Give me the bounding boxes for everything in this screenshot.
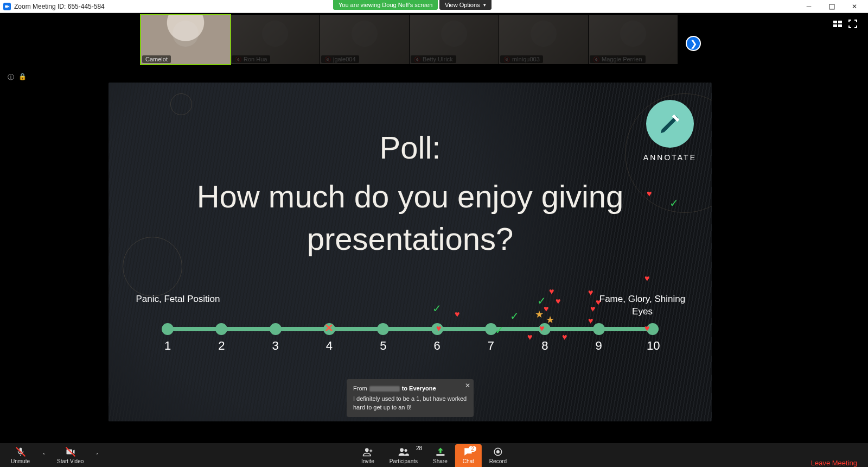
svg-rect-2 <box>838 21 842 23</box>
decorative-circle <box>170 93 192 115</box>
window-maximize-button[interactable] <box>820 0 843 13</box>
participant-name: Camelot <box>142 55 171 63</box>
svg-rect-8 <box>436 454 444 456</box>
participants-count: 28 <box>416 445 422 451</box>
heart-stamp-icon: ♥ <box>549 287 554 296</box>
star-stamp-icon: ★ <box>535 308 544 320</box>
poll-scale: 123 456 789 10 <box>162 327 659 331</box>
heart-stamp-icon: ♥ <box>647 189 652 199</box>
chat-toast-from: Fromto Everyone <box>353 384 467 393</box>
participants-button[interactable]: 28 Participants <box>382 444 425 467</box>
heart-stamp-icon: ♥ <box>644 324 650 333</box>
slide-title: Poll: <box>108 129 712 166</box>
participant-tile[interactable]: 🔇Ron Hua <box>231 15 320 64</box>
close-icon[interactable]: ✕ <box>465 381 470 390</box>
svg-point-6 <box>400 448 404 452</box>
window-minimize-button[interactable]: ─ <box>797 0 820 13</box>
mic-off-icon: 🔇 <box>235 56 241 62</box>
scale-left-label: Panic, Fetal Position <box>135 293 221 318</box>
view-options-button[interactable]: View Options ▾ <box>439 0 492 10</box>
svg-rect-1 <box>833 21 837 23</box>
fullscreen-icon[interactable] <box>848 20 857 30</box>
check-stamp-icon: ✓ <box>510 310 519 323</box>
screen-share-banner: You are viewing Doug Neff's screen <box>333 0 438 10</box>
heart-stamp-icon: ♥ <box>596 298 601 307</box>
heart-stamp-icon: ♥ <box>455 310 460 319</box>
avatar <box>173 21 199 47</box>
heart-stamp-icon: ♥ <box>588 288 593 298</box>
mic-off-icon: 🔇 <box>324 56 331 62</box>
check-stamp-icon: ✓ <box>432 302 442 315</box>
scale-numbers: 123 456 789 10 <box>162 339 659 353</box>
meeting-toolbar: Unmute ˄ Start Video ˄ Invite 28 Partici… <box>0 443 868 467</box>
check-stamp-icon: ✓ <box>669 197 679 210</box>
participant-strip: Camelot 🔇Ron Hua 🔇jgale004 🔇Betty Ulrick… <box>141 15 678 64</box>
scale-right-label: Fame, Glory, Shining Eyes <box>599 293 686 318</box>
pencil-icon <box>646 100 694 148</box>
annotate-badge[interactable]: ANNOTATE <box>643 100 697 162</box>
heart-stamp-icon: ♥ <box>544 304 549 314</box>
window-close-button[interactable]: ✕ <box>843 0 866 13</box>
heart-stamp-icon: ♥ <box>527 332 533 342</box>
chevron-down-icon: ▾ <box>483 2 486 8</box>
next-participants-button[interactable]: ❯ <box>686 36 701 51</box>
participant-tile[interactable]: 🔇mlniqu003 <box>499 15 588 64</box>
heart-stamp-icon: ♥ <box>588 316 593 326</box>
participants-icon <box>397 446 410 457</box>
svg-rect-0 <box>829 4 834 9</box>
heart-stamp-icon: ♥ <box>590 304 596 314</box>
slide-question: How much do you enjoy giving presentatio… <box>108 175 712 261</box>
chat-unread-badge: 2 <box>469 446 476 452</box>
audio-options-caret[interactable]: ˄ <box>39 443 48 467</box>
microphone-off-icon <box>16 446 25 457</box>
participant-tile[interactable]: 🔇Betty Ulrick <box>410 15 499 64</box>
svg-point-7 <box>405 449 407 452</box>
lock-icon: 🔒 <box>18 73 27 80</box>
heart-stamp-icon: ♥ <box>539 324 545 333</box>
window-titlebar: Zoom Meeting ID: 655-445-584 You are vie… <box>0 0 868 13</box>
x-stamp-icon: ✕ <box>324 321 334 335</box>
invite-icon <box>362 446 374 457</box>
svg-rect-4 <box>838 24 842 27</box>
unmute-button[interactable]: Unmute <box>3 444 37 467</box>
mic-off-icon: 🔇 <box>414 56 420 62</box>
participant-tile[interactable]: 🔇jgale004 <box>320 15 409 64</box>
gallery-layout-icon[interactable] <box>833 20 842 30</box>
record-icon <box>493 446 503 457</box>
leave-meeting-button[interactable]: Leave Meeting <box>806 459 863 467</box>
mic-off-icon: 🔇 <box>593 56 599 62</box>
participant-tile[interactable]: Camelot <box>141 15 230 64</box>
chat-button[interactable]: 2 Chat <box>455 444 482 467</box>
decorative-circle <box>123 237 182 296</box>
record-button[interactable]: Record <box>482 444 514 467</box>
chat-toast-body: I definitely used to be a 1, but have wo… <box>353 395 467 412</box>
svg-point-5 <box>365 448 369 452</box>
mic-off-icon: 🔇 <box>503 56 510 62</box>
redacted-name <box>369 386 400 392</box>
svg-point-10 <box>496 450 500 453</box>
heart-stamp-icon: ♥ <box>436 324 442 333</box>
invite-button[interactable]: Invite <box>354 444 382 467</box>
svg-rect-3 <box>833 24 837 27</box>
check-stamp-icon: ✓ <box>495 324 504 337</box>
participant-tile[interactable]: 🔇Maggie Perrien <box>589 15 678 64</box>
heart-stamp-icon: ♥ <box>644 274 650 283</box>
heart-stamp-icon: ♥ <box>562 332 567 342</box>
shared-screen: ANNOTATE Poll: How much do you enjoy giv… <box>108 83 712 421</box>
heart-stamp-icon: ♥ <box>556 296 561 306</box>
meeting-stage: ⓘ 🔒 Camelot 🔇Ron Hua 🔇jgale004 🔇Betty Ul… <box>0 13 868 443</box>
info-icon[interactable]: ⓘ <box>8 73 14 82</box>
meeting-id-label: Zoom Meeting ID: 655-445-584 <box>14 3 105 10</box>
share-button[interactable]: Share <box>425 444 455 467</box>
share-icon <box>435 446 445 457</box>
start-video-button[interactable]: Start Video <box>49 444 91 467</box>
zoom-logo-icon <box>3 3 11 10</box>
video-options-caret[interactable]: ˄ <box>92 443 102 467</box>
star-stamp-icon: ★ <box>546 314 554 326</box>
chat-toast[interactable]: ✕ Fromto Everyone I definitely used to b… <box>347 379 474 417</box>
camera-off-icon <box>65 446 76 457</box>
